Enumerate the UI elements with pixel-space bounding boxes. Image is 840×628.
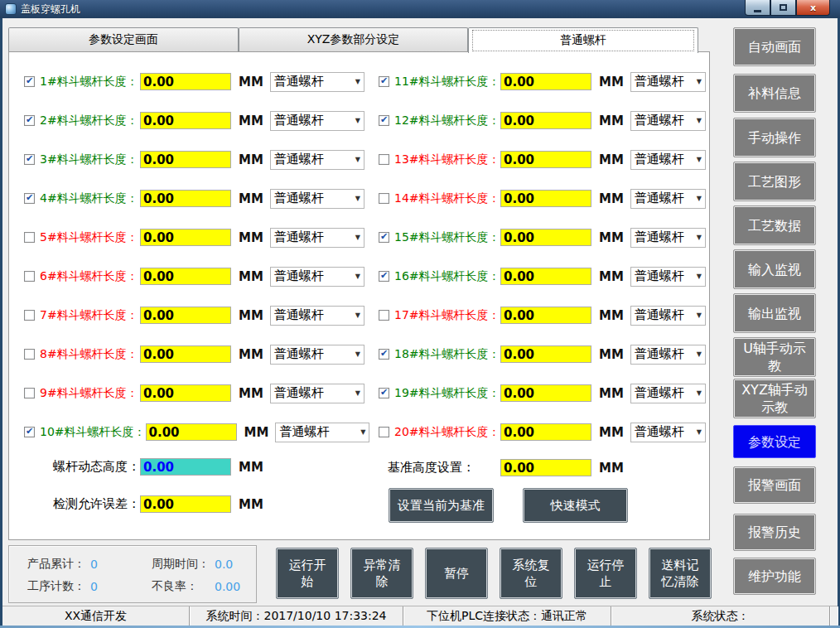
screw-length-input[interactable]: 0.00	[500, 268, 591, 285]
hopper-checkbox[interactable]: ✔	[24, 76, 35, 87]
minimize-button[interactable]	[745, 0, 770, 16]
screw-type-select[interactable]: 普通螺杆▼	[270, 306, 364, 326]
screw-length-input[interactable]: 0.00	[500, 112, 591, 129]
statusbar-section: 系统状态：	[611, 606, 830, 626]
screw-type-select[interactable]: 普通螺杆▼	[630, 111, 706, 131]
screw-length-input[interactable]: 0.00	[146, 423, 237, 441]
sidebar-button[interactable]: 输入监视	[733, 249, 816, 289]
screw-length-input[interactable]: 0.00	[500, 229, 591, 246]
tab-item[interactable]: XYZ参数部分设定	[239, 27, 468, 51]
screw-type-select[interactable]: 普通螺杆▼	[630, 150, 706, 170]
screw-type-select[interactable]: 普通螺杆▼	[630, 72, 706, 92]
screw-length-input[interactable]: 0.00	[500, 423, 591, 441]
hopper-row: ✔18#料斗螺杆长度：0.00MM普通螺杆▼	[379, 335, 706, 374]
sidebar-button[interactable]: U轴手动示教	[733, 337, 816, 377]
unit-label: MM	[599, 75, 624, 89]
control-button[interactable]: 运行停止	[574, 548, 637, 599]
screw-length-input[interactable]: 0.00	[140, 190, 231, 207]
sidebar-button[interactable]: 自动画面	[733, 27, 816, 66]
screw-type-select[interactable]: 普通螺杆▼	[630, 423, 706, 442]
sidebar-button[interactable]: 手动操作	[733, 118, 816, 157]
screw-length-input[interactable]: 0.00	[140, 384, 231, 402]
maximize-button[interactable]	[770, 0, 796, 16]
control-button[interactable]: 运行开始	[276, 548, 339, 599]
screw-length-input[interactable]: 0.00	[500, 345, 591, 363]
screw-type-select[interactable]: 普通螺杆▼	[630, 384, 706, 403]
hopper-checkbox[interactable]: ✔	[24, 232, 35, 243]
app-icon	[5, 3, 17, 15]
hopper-checkbox[interactable]: ✔	[24, 349, 35, 360]
sidebar-button[interactable]: 参数设定	[733, 425, 816, 458]
screw-type-select[interactable]: 普通螺杆▼	[270, 111, 364, 131]
hopper-checkbox[interactable]: ✔	[24, 193, 35, 204]
sidebar-button[interactable]: XYZ轴手动示教	[733, 379, 816, 418]
sidebar-button[interactable]: 补料信息	[733, 74, 816, 113]
hopper-checkbox[interactable]: ✔	[379, 310, 389, 321]
control-button[interactable]: 送料记忆清除	[649, 548, 712, 599]
screw-type-select[interactable]: 普通螺杆▼	[270, 228, 364, 248]
screw-type-select[interactable]: 普通螺杆▼	[270, 267, 364, 287]
screw-type-select[interactable]: 普通螺杆▼	[630, 267, 706, 287]
screw-length-input[interactable]: 0.00	[140, 268, 231, 285]
screw-length-input[interactable]: 0.00	[500, 307, 591, 324]
screw-type-select[interactable]: 普通螺杆▼	[630, 306, 706, 326]
hopper-checkbox[interactable]: ✔	[24, 388, 35, 399]
stat-value: 0.00	[215, 580, 240, 593]
screw-type-select[interactable]: 普通螺杆▼	[270, 72, 364, 92]
hopper-checkbox[interactable]: ✔	[379, 193, 389, 204]
hopper-checkbox[interactable]: ✔	[379, 76, 389, 87]
screw-type-select[interactable]: 普通螺杆▼	[630, 345, 706, 365]
sidebar-button[interactable]: 报警画面	[733, 466, 816, 504]
screw-type-select[interactable]: 普通螺杆▼	[270, 189, 364, 209]
sidebar-button[interactable]: 输出监视	[733, 293, 816, 333]
set-current-as-base-button[interactable]: 设置当前为基准	[389, 488, 494, 523]
hopper-label: 4#料斗螺杆长度：	[40, 191, 140, 206]
screw-type-select[interactable]: 普通螺杆▼	[630, 228, 706, 248]
screw-length-input[interactable]: 0.00	[140, 73, 231, 90]
screw-type-select[interactable]: 普通螺杆▼	[270, 150, 364, 170]
hopper-checkbox[interactable]: ✔	[379, 271, 389, 282]
hopper-checkbox[interactable]: ✔	[379, 388, 389, 399]
screw-length-input[interactable]: 0.00	[500, 190, 591, 207]
control-button[interactable]: 异常清除	[350, 548, 413, 599]
screw-length-input[interactable]: 0.00	[500, 151, 591, 168]
hopper-checkbox[interactable]: ✔	[24, 115, 35, 126]
hopper-checkbox[interactable]: ✔	[24, 154, 35, 165]
check-icon: ✔	[380, 231, 388, 242]
hopper-checkbox[interactable]: ✔	[379, 349, 389, 360]
sidebar-button[interactable]: 工艺图形	[733, 162, 816, 201]
screw-length-input[interactable]: 0.00	[140, 345, 231, 363]
sidebar-button[interactable]: 报警历史	[733, 514, 816, 551]
hopper-checkbox[interactable]: ✔	[379, 427, 389, 437]
screw-type-select[interactable]: 普通螺杆▼	[270, 384, 364, 403]
hopper-checkbox[interactable]: ✔	[24, 271, 35, 282]
tolerance-input[interactable]: 0.00	[140, 495, 231, 513]
hopper-checkbox[interactable]: ✔	[379, 154, 389, 165]
screw-type-select[interactable]: 普通螺杆▼	[275, 423, 369, 442]
screw-length-input[interactable]: 0.00	[500, 73, 591, 90]
hopper-row: ✔3#料斗螺杆长度：0.00MM普通螺杆▼	[24, 140, 369, 179]
close-button[interactable]: x	[796, 0, 830, 16]
control-button[interactable]: 系统复位	[500, 548, 562, 599]
tab-item[interactable]: 参数设定画面	[8, 27, 239, 51]
hopper-checkbox[interactable]: ✔	[24, 310, 35, 321]
screw-length-input[interactable]: 0.00	[140, 229, 231, 246]
hopper-checkbox[interactable]: ✔	[379, 115, 389, 126]
tab-item[interactable]: 普通螺杆	[468, 27, 698, 53]
hopper-row: ✔1#料斗螺杆长度：0.00MM普通螺杆▼	[24, 62, 369, 101]
screw-length-input[interactable]: 0.00	[500, 384, 591, 402]
sidebar-button[interactable]: 维护功能	[733, 558, 816, 595]
screw-type-select[interactable]: 普通螺杆▼	[270, 345, 364, 365]
screw-length-input[interactable]: 0.00	[140, 307, 231, 324]
screw-length-input[interactable]: 0.00	[140, 112, 231, 129]
tab-label: 普通螺杆	[472, 30, 694, 51]
fast-mode-button[interactable]: 快速模式	[523, 488, 628, 523]
hopper-checkbox[interactable]: ✔	[379, 232, 389, 243]
screw-type-select[interactable]: 普通螺杆▼	[630, 189, 706, 209]
sidebar-button[interactable]: 工艺数据	[733, 205, 816, 245]
screw-length-input[interactable]: 0.00	[140, 151, 231, 168]
hopper-checkbox[interactable]: ✔	[24, 427, 35, 437]
hopper-row: ✔4#料斗螺杆长度：0.00MM普通螺杆▼	[24, 179, 369, 218]
base-height-input[interactable]: 0.00	[500, 459, 591, 476]
control-button[interactable]: 暂停	[425, 548, 488, 599]
